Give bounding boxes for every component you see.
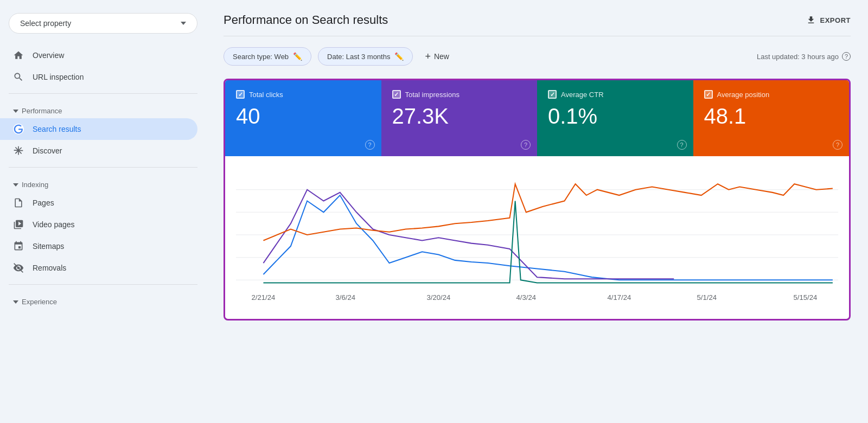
sidebar-item-label-sitemaps: Sitemaps xyxy=(33,242,64,251)
sidebar-item-discover[interactable]: Discover xyxy=(0,140,197,162)
edit-search-type-icon: ✏️ xyxy=(293,52,302,61)
pages-icon xyxy=(13,197,24,208)
sidebar-item-label-url-inspection: URL inspection xyxy=(33,73,84,81)
metric-label-clicks: Total clicks xyxy=(236,90,371,99)
video-icon xyxy=(13,219,24,230)
g-logo-icon xyxy=(13,124,24,134)
plus-icon: + xyxy=(425,51,431,62)
sidebar-item-label-removals: Removals xyxy=(33,264,66,272)
svg-text:5/15/24: 5/15/24 xyxy=(794,293,818,302)
sidebar-item-label-overview: Overview xyxy=(33,51,64,60)
svg-text:2/21/24: 2/21/24 xyxy=(252,293,276,302)
search-icon xyxy=(13,72,24,82)
edit-date-icon: ✏️ xyxy=(394,52,404,61)
sidebar-item-pages[interactable]: Pages xyxy=(0,192,197,214)
metric-help-impressions[interactable]: ? xyxy=(521,140,531,150)
metric-help-position[interactable]: ? xyxy=(833,140,843,150)
last-updated: Last updated: 3 hours ago ? xyxy=(757,52,851,61)
sidebar-item-video-pages[interactable]: Video pages xyxy=(0,214,197,235)
sidebar-item-label-pages: Pages xyxy=(33,198,54,207)
section-experience-label: Experience xyxy=(22,298,57,306)
metric-checkbox-impressions xyxy=(392,90,401,99)
property-selector[interactable]: Select property xyxy=(9,13,197,34)
section-performance-label: Performance xyxy=(22,107,62,115)
chart-svg: 2/21/24 3/6/24 3/20/24 4/3/24 4/17/24 5/… xyxy=(236,167,838,303)
metric-card-impressions[interactable]: Total impressions 27.3K ? xyxy=(381,80,538,156)
search-type-label: Search type: Web xyxy=(233,53,289,61)
metric-value-ctr: 0.1% xyxy=(548,105,682,127)
help-icon[interactable]: ? xyxy=(842,52,851,61)
sidebar-item-overview[interactable]: Overview xyxy=(0,44,197,66)
sidebar-item-label-search-results: Search results xyxy=(33,125,81,133)
divider-3 xyxy=(9,284,197,285)
metric-checkbox-clicks xyxy=(236,90,245,99)
home-icon xyxy=(13,50,24,61)
metric-checkbox-ctr xyxy=(548,90,557,99)
sidebar-item-sitemaps[interactable]: Sitemaps xyxy=(0,235,197,257)
svg-text:3/20/24: 3/20/24 xyxy=(426,293,450,302)
metric-title-impressions: Total impressions xyxy=(405,91,459,99)
metrics-row: Total clicks 40 ? Total impressions 27.3… xyxy=(225,80,849,156)
header-row: Performance on Search results EXPORT xyxy=(224,13,851,27)
section-indexing-label: Indexing xyxy=(22,181,48,189)
last-updated-text: Last updated: 3 hours ago xyxy=(757,53,839,61)
metric-help-clicks[interactable]: ? xyxy=(365,140,375,150)
sidebar-item-removals[interactable]: Removals xyxy=(0,257,197,279)
new-filter-button[interactable]: + New xyxy=(419,48,455,66)
triangle-down-icon-2 xyxy=(13,183,18,187)
property-selector-text: Select property xyxy=(20,19,71,28)
triangle-down-icon xyxy=(13,110,18,113)
svg-text:4/3/24: 4/3/24 xyxy=(516,293,537,302)
divider-1 xyxy=(9,93,197,94)
metric-title-ctr: Average CTR xyxy=(561,91,604,99)
section-experience[interactable]: Experience xyxy=(0,290,206,309)
section-indexing[interactable]: Indexing xyxy=(0,173,206,192)
removals-icon xyxy=(13,262,24,273)
metric-label-position: Average position xyxy=(704,90,839,99)
export-label: EXPORT xyxy=(820,16,851,24)
metric-label-ctr: Average CTR xyxy=(548,90,682,99)
metric-card-clicks[interactable]: Total clicks 40 ? xyxy=(225,80,381,156)
metric-help-ctr[interactable]: ? xyxy=(677,140,687,150)
svg-text:3/6/24: 3/6/24 xyxy=(336,293,356,302)
new-button-label: New xyxy=(434,52,449,61)
date-range-filter[interactable]: Date: Last 3 months ✏️ xyxy=(318,47,413,66)
sidebar-item-label-discover: Discover xyxy=(33,146,62,155)
metric-card-ctr[interactable]: Average CTR 0.1% ? xyxy=(537,80,693,156)
metric-card-position[interactable]: Average position 48.1 ? xyxy=(693,80,850,156)
section-performance[interactable]: Performance xyxy=(0,99,206,118)
header-divider xyxy=(224,36,851,36)
divider-2 xyxy=(9,167,197,168)
sidebar-item-label-video-pages: Video pages xyxy=(33,220,75,229)
chevron-down-icon xyxy=(181,22,186,25)
sitemaps-icon xyxy=(13,241,24,252)
page-title: Performance on Search results xyxy=(224,13,388,27)
export-button[interactable]: EXPORT xyxy=(806,15,851,25)
metric-value-position: 48.1 xyxy=(704,105,839,127)
filter-row: Search type: Web ✏️ Date: Last 3 months … xyxy=(224,47,851,66)
svg-text:5/1/24: 5/1/24 xyxy=(697,293,717,302)
asterisk-icon xyxy=(13,145,24,156)
sidebar: Select property Overview URL inspection … xyxy=(0,0,206,423)
metric-title-clicks: Total clicks xyxy=(249,91,283,99)
metric-value-impressions: 27.3K xyxy=(392,105,527,127)
date-range-label: Date: Last 3 months xyxy=(327,53,390,61)
export-icon xyxy=(806,15,816,25)
sidebar-item-url-inspection[interactable]: URL inspection xyxy=(0,66,197,88)
sidebar-item-search-results[interactable]: Search results xyxy=(0,118,197,140)
metric-checkbox-position xyxy=(704,90,713,99)
chart-container: 2/21/24 3/6/24 3/20/24 4/3/24 4/17/24 5/… xyxy=(225,156,849,319)
main-content: Performance on Search results EXPORT Sea… xyxy=(206,0,868,423)
search-type-filter[interactable]: Search type: Web ✏️ xyxy=(224,47,311,66)
metric-title-position: Average position xyxy=(717,91,770,99)
metrics-container: Total clicks 40 ? Total impressions 27.3… xyxy=(224,79,851,321)
metric-value-clicks: 40 xyxy=(236,105,371,127)
metric-label-impressions: Total impressions xyxy=(392,90,527,99)
svg-text:4/17/24: 4/17/24 xyxy=(607,293,631,302)
triangle-down-icon-3 xyxy=(13,300,18,304)
